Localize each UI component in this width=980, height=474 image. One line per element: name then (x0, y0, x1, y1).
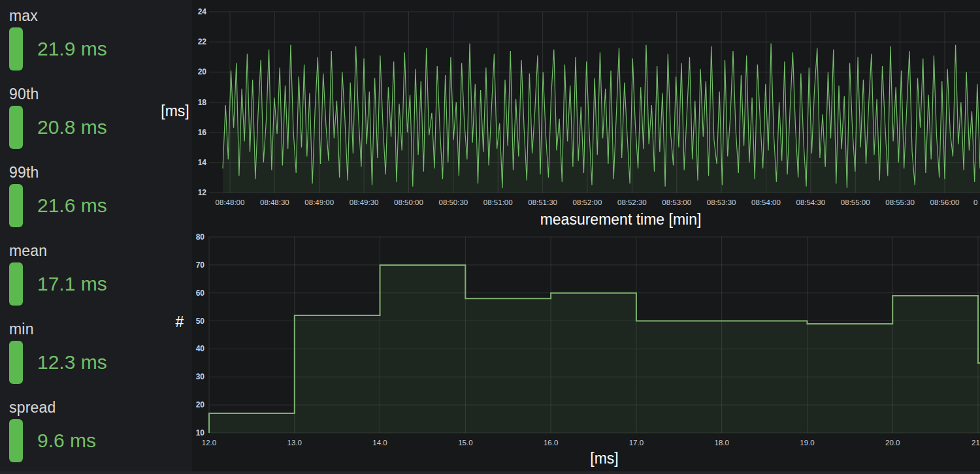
x-tick-label: 08:50:30 (438, 198, 468, 206)
y-tick-label: 12 (198, 188, 207, 197)
x-tick-label: 08:48:30 (260, 198, 289, 206)
x-tick-label: 08:53:00 (662, 198, 691, 206)
y-tick-label: 22 (198, 37, 207, 46)
x-tick-label: 08:52:00 (573, 198, 602, 206)
x-tick-label-partial: 21 (972, 439, 980, 447)
x-tick-label: 14.0 (372, 439, 387, 447)
y-tick-label: 18 (198, 98, 207, 107)
x-tick-label: 08:52:30 (617, 198, 647, 206)
x-tick-label: 08:49:00 (304, 198, 334, 206)
y-tick-label: 20 (198, 67, 207, 76)
charts-panel: 2422201816141208:48:0008:48:3008:49:0008… (191, 0, 980, 474)
y-tick-labels: 24222018161412 (198, 7, 207, 197)
y-tick-label: 10 (196, 428, 205, 437)
x-tick-label: 17.0 (629, 439, 644, 447)
y-tick-label: 20 (196, 400, 205, 409)
x-tick-label: 08:55:00 (841, 198, 870, 206)
x-tick-label: 08:55:30 (885, 198, 915, 206)
y-tick-label: 70 (196, 261, 205, 270)
x-tick-labels: 12.013.014.015.016.017.018.019.020.021 (202, 439, 980, 447)
x-tick-label: 08:56:00 (930, 198, 960, 206)
latency-timeseries-chart[interactable]: 2422201816141208:48:0008:48:3008:49:0008… (0, 0, 980, 232)
x-tick-label: 08:51:30 (528, 198, 557, 206)
timeseries-x-axis-title: measurement time [min] (540, 211, 702, 229)
y-tick-label: 16 (198, 128, 207, 137)
dashboard: max21.9 ms90th20.8 ms99th21.6 msmean17.1… (0, 0, 980, 474)
x-tick-label: 08:54:30 (796, 198, 825, 206)
x-tick-label: 18.0 (714, 439, 728, 447)
histogram-y-axis-title: # (176, 313, 184, 331)
x-tick-label: 19.0 (800, 439, 814, 447)
timeseries-y-axis-title: [ms] (161, 103, 189, 120)
x-tick-label: 12.0 (202, 439, 216, 447)
y-tick-label: 60 (196, 289, 205, 298)
x-tick-label: 16.0 (544, 439, 558, 447)
x-tick-label: 15.0 (458, 439, 472, 447)
y-tick-label: 50 (196, 317, 205, 326)
latency-histogram-chart[interactable]: 807060504030201012.013.014.015.016.017.0… (0, 232, 980, 474)
histogram-fill (209, 265, 980, 433)
x-tick-label-partial: 0 (973, 198, 977, 206)
x-tick-label: 08:54:00 (751, 198, 781, 206)
y-tick-label: 80 (196, 232, 205, 242)
y-tick-labels: 8070605040302010 (196, 232, 205, 437)
x-tick-label: 08:53:30 (707, 198, 736, 206)
x-tick-label: 08:48:00 (216, 198, 245, 206)
histogram-x-axis-title: [ms] (590, 450, 618, 467)
window-bottom-edge (0, 471, 980, 474)
x-tick-label: 08:51:00 (483, 198, 513, 206)
y-tick-label: 30 (196, 372, 205, 381)
x-tick-label: 08:50:00 (394, 198, 423, 206)
y-tick-label: 24 (198, 7, 207, 16)
x-tick-labels: 08:48:0008:48:3008:49:0008:49:3008:50:00… (216, 198, 978, 206)
x-tick-label: 20.0 (885, 439, 900, 447)
y-tick-label: 40 (196, 344, 205, 353)
x-tick-label: 08:49:30 (350, 198, 379, 206)
y-tick-label: 14 (198, 158, 207, 167)
x-tick-label: 13.0 (287, 439, 302, 447)
series-fill (223, 44, 980, 193)
